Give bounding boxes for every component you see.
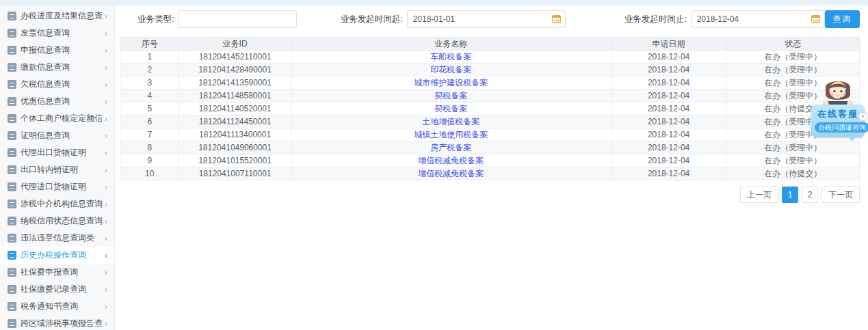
cell-apply-date: 2018-12-04 xyxy=(611,77,726,90)
sidebar-item-import-agency[interactable]: 代理进口货物证明 › xyxy=(0,178,114,195)
cell-no: 1 xyxy=(120,51,179,64)
cell-no: 6 xyxy=(120,115,179,128)
business-name-link[interactable]: 增值税减免税备案 xyxy=(418,156,484,165)
table-header-row: 序号 业务ID 业务名称 申请日期 状态 xyxy=(120,38,860,51)
business-type-input[interactable] xyxy=(178,10,296,28)
export-domestic-icon xyxy=(8,165,16,174)
sidebar-item-label: 证明信息查询 xyxy=(21,130,103,141)
sidebar: 办税进度及结果信息查询 › 发票信息查询 › 申报信息查询 › 缴款信息查询 ›… xyxy=(0,5,115,330)
chevron-right-icon: › xyxy=(105,132,107,140)
cell-no: 5 xyxy=(120,102,179,115)
cell-status: 在办（受理中） xyxy=(726,141,860,154)
start-date-label: 业务发起时间起: xyxy=(341,14,403,25)
declaration-icon xyxy=(8,46,16,55)
cell-business-id: 1812041140520001 xyxy=(179,102,291,115)
page-button-1[interactable]: 1 xyxy=(782,187,798,203)
business-name-link[interactable]: 车船税备案 xyxy=(430,52,471,61)
next-page-button[interactable]: 下一页 xyxy=(821,187,860,203)
business-name-link[interactable]: 增值税减免税备案 xyxy=(418,169,484,178)
cell-no: 2 xyxy=(120,64,179,77)
customer-service-subtitle: 办税问题请咨询 xyxy=(815,122,868,133)
business-name-link[interactable]: 契税备案 xyxy=(434,91,467,100)
sidebar-item-preference[interactable]: 优惠信息查询 › xyxy=(0,93,114,110)
cell-apply-date: 2018-12-04 xyxy=(611,102,726,115)
chevron-right-icon: › xyxy=(105,200,107,208)
sidebar-item-tax-notice[interactable]: 税务通知书查询 › xyxy=(0,298,114,315)
cell-apply-date: 2018-12-04 xyxy=(611,51,726,64)
sidebar-item-label: 历史办税操作查询 xyxy=(21,249,103,261)
page-button-2[interactable]: 2 xyxy=(802,187,818,203)
end-date-label: 业务发起时间止: xyxy=(624,14,687,25)
intermediary-icon xyxy=(8,200,16,208)
sidebar-item-certificate[interactable]: 证明信息查询 › xyxy=(0,127,114,144)
cell-apply-date: 2018-12-04 xyxy=(611,167,726,180)
pagination: 上一页 1 2 下一页 xyxy=(116,187,860,203)
bubble-tail xyxy=(848,137,856,141)
table-row: 5 1812041140520001 契税备案 2018-12-04 在办（待提… xyxy=(120,102,860,115)
social-payment-icon xyxy=(8,285,16,294)
cell-status: 在办（受理中） xyxy=(726,64,860,77)
sidebar-item-export-agency[interactable]: 代理出口货物证明 › xyxy=(0,144,114,161)
search-bar: 业务类型: 业务发起时间起: 业务发起时间止: 查询 xyxy=(116,5,868,33)
col-header-no: 序号 xyxy=(120,38,179,51)
sidebar-item-violation[interactable]: 违法违章信息查询类 › xyxy=(0,230,114,247)
sidebar-item-invoice[interactable]: 发票信息查询 › xyxy=(0,25,114,42)
cell-business-id: 1812041007110001 xyxy=(179,167,291,180)
start-date-input[interactable] xyxy=(407,10,566,28)
query-button[interactable]: 查询 xyxy=(825,10,860,28)
end-date-input[interactable] xyxy=(691,10,825,28)
sidebar-item-history-operation[interactable]: 历史办税操作查询 › xyxy=(0,247,114,264)
business-name-link[interactable]: 城镇土地使用税备案 xyxy=(414,130,488,139)
business-type-label: 业务类型: xyxy=(137,14,174,25)
cell-no: 8 xyxy=(120,141,179,154)
cell-no: 7 xyxy=(120,128,179,141)
table-row: 6 1812041124450001 土地增值税备案 2018-12-04 在办… xyxy=(120,115,860,128)
sidebar-item-label: 代理出口货物证明 xyxy=(21,147,103,159)
sidebar-item-individual-quota[interactable]: 个体工商户核定定额信息查询 › xyxy=(0,110,114,127)
certificate-icon xyxy=(8,131,16,140)
invoice-icon xyxy=(8,29,16,38)
sidebar-item-payment[interactable]: 缴款信息查询 › xyxy=(0,59,114,76)
sidebar-item-label: 社保费申报查询 xyxy=(21,266,103,278)
calendar-icon[interactable] xyxy=(552,15,561,23)
table-row: 3 1812041413590001 城市维护建设税备案 2018-12-04 … xyxy=(120,77,860,90)
close-icon[interactable]: × xyxy=(858,112,867,121)
export-agency-icon xyxy=(8,148,16,157)
calendar-icon[interactable] xyxy=(811,15,820,23)
table-row: 4 1812041148580001 契税备案 2018-12-04 在办（受理… xyxy=(120,90,860,102)
sidebar-item-cross-region[interactable]: 跨区域涉税事项报告查询 › xyxy=(0,315,114,330)
sidebar-item-declaration[interactable]: 申报信息查询 › xyxy=(0,42,114,59)
sidebar-item-progress-result[interactable]: 办税进度及结果信息查询 › xyxy=(0,8,114,25)
cell-apply-date: 2018-12-04 xyxy=(611,64,726,77)
chevron-right-icon: › xyxy=(105,251,107,260)
cell-business-id: 1812041015520001 xyxy=(179,154,291,167)
top-strip xyxy=(0,0,868,5)
chevron-right-icon: › xyxy=(105,29,107,38)
sidebar-item-label: 申报信息查询 xyxy=(21,44,103,56)
business-name-link[interactable]: 印花税备案 xyxy=(430,65,471,74)
sidebar-item-intermediary[interactable]: 涉税中介机构信息查询 › xyxy=(0,195,114,212)
main-content: 业务类型: 业务发起时间起: 业务发起时间止: 查询 序号 业务ID 业务名称 … xyxy=(116,5,868,330)
sidebar-item-social-declare[interactable]: 社保费申报查询 › xyxy=(0,264,114,281)
business-name-link[interactable]: 房产税备案 xyxy=(430,143,471,152)
cell-business-id: 1812041124450001 xyxy=(179,115,291,128)
col-header-apply-date: 申请日期 xyxy=(611,38,726,51)
business-name-link[interactable]: 契税备案 xyxy=(434,104,467,113)
business-name-link[interactable]: 城市维护建设税备案 xyxy=(414,78,488,87)
sidebar-item-tax-arrears[interactable]: 欠税信息查询 › xyxy=(0,76,114,93)
customer-service-widget[interactable]: 在线客服 办税问题请咨询 × xyxy=(811,75,865,137)
prev-page-button[interactable]: 上一页 xyxy=(740,187,778,203)
individual-quota-icon xyxy=(8,114,16,123)
sidebar-item-credit-status[interactable]: 纳税信用状态信息查询 › xyxy=(0,212,114,230)
sidebar-item-export-domestic[interactable]: 出口转内销证明 › xyxy=(0,161,114,178)
sidebar-item-label: 出口转内销证明 xyxy=(21,164,103,176)
credit-status-icon xyxy=(8,217,16,225)
customer-service-panel[interactable]: 在线客服 办税问题请咨询 × xyxy=(811,105,865,137)
chevron-right-icon: › xyxy=(105,166,107,174)
sidebar-item-social-payment[interactable]: 社保缴费记录查询 › xyxy=(0,281,114,298)
business-name-link[interactable]: 土地增值税备案 xyxy=(422,117,479,126)
cell-apply-date: 2018-12-04 xyxy=(611,128,726,141)
chevron-right-icon: › xyxy=(105,149,107,157)
chevron-right-icon: › xyxy=(105,12,107,20)
sidebar-item-label: 税务通知书查询 xyxy=(21,301,103,312)
